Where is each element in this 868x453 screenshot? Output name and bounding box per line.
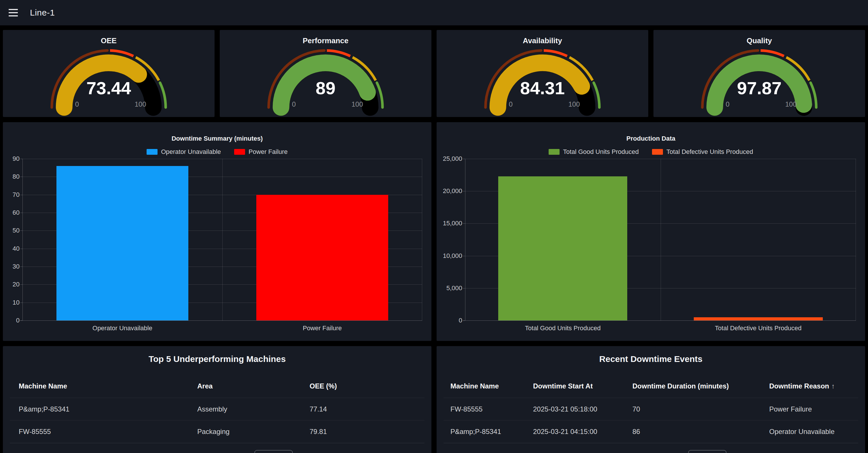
cell-area: Assembly bbox=[197, 405, 310, 413]
y-axis-tick bbox=[463, 159, 465, 159]
chart-legend: Total Good Units Produced Total Defectiv… bbox=[437, 148, 865, 156]
column-header-downtime-reason[interactable]: Downtime Reason↑ bbox=[769, 382, 858, 390]
gauge-oee bbox=[3, 30, 215, 117]
gauge-panel-oee: OEE 73.44 0 100 bbox=[3, 30, 215, 117]
y-axis-tick bbox=[20, 231, 23, 231]
pagination-button[interactable] bbox=[688, 450, 726, 453]
gauge-availability bbox=[437, 30, 648, 117]
gauge-max-label: 100 bbox=[782, 100, 800, 108]
cell-oee: 79.81 bbox=[310, 428, 425, 436]
table-header-row: Machine Name Area OEE (%) bbox=[10, 374, 425, 398]
cell-machine-name: P&amp;P-85341 bbox=[19, 405, 197, 413]
gauge-min-label: 0 bbox=[722, 100, 734, 108]
y-axis-tick bbox=[20, 195, 23, 195]
x-axis-line bbox=[20, 321, 422, 321]
cell-downtime-duration: 86 bbox=[632, 428, 769, 436]
menu-icon[interactable] bbox=[9, 9, 18, 17]
legend-item-operator-unavailable[interactable]: Operator Unavailable bbox=[147, 148, 221, 156]
y-axis-tick-label: 5,000 bbox=[437, 284, 462, 292]
column-header-downtime-duration[interactable]: Downtime Duration (minutes) bbox=[632, 382, 769, 390]
legend-label: Operator Unavailable bbox=[161, 148, 221, 156]
pagination-button[interactable] bbox=[255, 450, 292, 453]
bar-total-defective-units-produced bbox=[694, 317, 823, 321]
production-data-panel: Production Data Total Good Units Produce… bbox=[437, 122, 865, 341]
gauge-panel-quality: Quality 97.87 0 100 bbox=[653, 30, 865, 117]
legend-item-power-failure[interactable]: Power Failure bbox=[234, 148, 288, 156]
table-divider bbox=[10, 443, 425, 443]
y-axis-tick-label: 80 bbox=[3, 173, 20, 180]
bar-total-good-units-produced bbox=[498, 176, 627, 321]
y-axis-tick-label: 20 bbox=[3, 281, 20, 288]
cell-machine-name: FW-85555 bbox=[451, 405, 533, 413]
gauge-max-label: 100 bbox=[132, 100, 149, 108]
table-row[interactable]: P&amp;P-85341 Assembly 77.14 bbox=[10, 398, 425, 420]
x-axis-category-label: Total Defective Units Produced bbox=[661, 325, 856, 332]
x-axis-category-label: Operator Unavailable bbox=[23, 325, 222, 332]
y-axis-tick-label: 15,000 bbox=[437, 219, 462, 227]
table-row: Top 5 Underperforming Machines Machine N… bbox=[3, 346, 865, 453]
column-header-downtime-start[interactable]: Downtime Start At bbox=[533, 382, 632, 390]
legend-label: Power Failure bbox=[249, 148, 288, 156]
legend-item-defective-units[interactable]: Total Defective Units Produced bbox=[652, 148, 753, 156]
y-axis-tick bbox=[20, 284, 23, 285]
column-header-oee[interactable]: OEE (%) bbox=[310, 382, 425, 390]
y-axis-tick bbox=[20, 177, 23, 177]
y-axis-line bbox=[23, 159, 23, 321]
y-axis-tick-label: 0 bbox=[3, 317, 20, 324]
gauge-min-label: 0 bbox=[288, 100, 300, 108]
legend-label: Total Good Units Produced bbox=[563, 148, 639, 156]
gauge-max-label: 100 bbox=[349, 100, 366, 108]
plot-right-border bbox=[856, 159, 856, 321]
gauge-value: 73.44 bbox=[3, 78, 215, 98]
gauge-min-label: 0 bbox=[71, 100, 83, 108]
gauge-panel-performance: Performance 89 0 100 bbox=[220, 30, 431, 117]
production-data-plot: 05,00010,00015,00020,00025,000Total Good… bbox=[465, 159, 856, 321]
y-axis-tick bbox=[20, 267, 23, 267]
y-axis-tick-label: 25,000 bbox=[437, 155, 462, 162]
legend-swatch bbox=[549, 149, 560, 155]
legend-item-good-units[interactable]: Total Good Units Produced bbox=[549, 148, 639, 156]
dashboard-title: Line-1 bbox=[30, 8, 55, 18]
panel-title: Recent Downtime Events bbox=[437, 354, 865, 364]
y-axis-tick bbox=[463, 288, 465, 289]
panel-title: Top 5 Underperforming Machines bbox=[3, 354, 431, 364]
cell-area: Packaging bbox=[197, 428, 310, 436]
y-axis-tick bbox=[20, 249, 23, 249]
legend-swatch bbox=[147, 149, 158, 155]
table-header-row: Machine Name Downtime Start At Downtime … bbox=[443, 374, 858, 398]
panel-title: Downtime Summary (minutes) bbox=[3, 135, 431, 142]
cell-downtime-start: 2025-03-21 04:15:00 bbox=[533, 428, 632, 436]
cell-machine-name: P&amp;P-85341 bbox=[451, 428, 533, 436]
y-axis-tick-label: 70 bbox=[3, 191, 20, 199]
gauge-panel-availability: Availability 84.31 0 100 bbox=[437, 30, 648, 117]
underperforming-machines-panel: Top 5 Underperforming Machines Machine N… bbox=[3, 346, 431, 453]
legend-swatch bbox=[652, 149, 663, 155]
column-header-machine-name[interactable]: Machine Name bbox=[451, 382, 533, 390]
cell-downtime-reason: Operator Unavailable bbox=[769, 428, 858, 436]
x-axis-category-label: Power Failure bbox=[222, 325, 422, 332]
vertical-gridline bbox=[222, 159, 223, 321]
gauge-quality bbox=[653, 30, 865, 117]
y-axis-tick-label: 40 bbox=[3, 245, 20, 252]
sort-ascending-icon: ↑ bbox=[831, 382, 835, 390]
legend-label: Total Defective Units Produced bbox=[666, 148, 753, 156]
plot-right-border bbox=[422, 159, 422, 321]
table-divider bbox=[443, 443, 858, 443]
table-row[interactable]: FW-85555 Packaging 79.81 bbox=[10, 420, 425, 443]
chart-legend: Operator Unavailable Power Failure bbox=[3, 148, 431, 156]
underperforming-machines-table: Machine Name Area OEE (%) P&amp;P-85341 … bbox=[10, 374, 425, 443]
table-row[interactable]: FW-85555 2025-03-21 05:18:00 70 Power Fa… bbox=[443, 398, 858, 420]
x-axis-category-label: Total Good Units Produced bbox=[465, 325, 661, 332]
gauge-min-label: 0 bbox=[505, 100, 517, 108]
gauge-value: 84.31 bbox=[437, 78, 648, 98]
column-header-machine-name[interactable]: Machine Name bbox=[19, 382, 197, 390]
recent-downtime-events-table: Machine Name Downtime Start At Downtime … bbox=[443, 374, 858, 443]
x-axis-line bbox=[463, 321, 856, 321]
y-axis-tick-label: 0 bbox=[437, 317, 462, 324]
top-bar: Line-1 bbox=[0, 0, 868, 25]
cell-oee: 77.14 bbox=[310, 405, 425, 413]
column-header-area[interactable]: Area bbox=[197, 382, 310, 390]
table-row[interactable]: P&amp;P-85341 2025-03-21 04:15:00 86 Ope… bbox=[443, 420, 858, 443]
legend-swatch bbox=[234, 149, 245, 155]
y-axis-tick bbox=[20, 159, 23, 159]
